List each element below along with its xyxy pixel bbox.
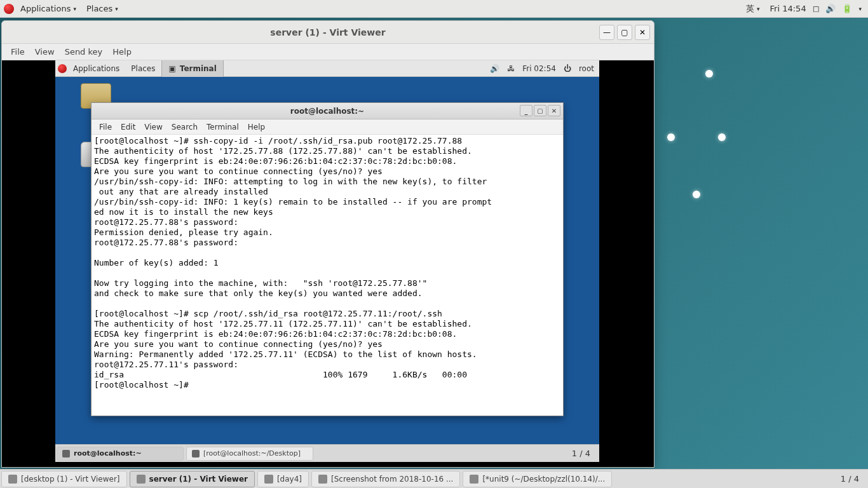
menu-search[interactable]: Search: [168, 121, 201, 133]
guest-places-menu[interactable]: Places: [126, 64, 160, 73]
minimize-button[interactable]: _: [520, 105, 532, 116]
task-desktop-virt-viewer[interactable]: [desktop (1) - Virt Viewer]: [1, 471, 127, 487]
guest-task-terminal-desktop[interactable]: [root@localhost:~/Desktop]: [186, 447, 313, 461]
guest-top-panel: Applications Places ▣ Terminal 🔊 🖧 Fri 0…: [55, 60, 599, 77]
terminal-icon: [62, 450, 70, 458]
app-icon: [137, 475, 146, 484]
wallpaper-node-icon: [718, 133, 726, 141]
guest-clock[interactable]: Fri 02:54: [522, 64, 556, 73]
menu-file[interactable]: File: [95, 121, 116, 133]
redhat-logo-icon: [4, 4, 14, 14]
menu-terminal[interactable]: Terminal: [203, 121, 243, 133]
app-icon: [264, 475, 273, 484]
menu-view[interactable]: View: [31, 46, 58, 58]
close-button[interactable]: ✕: [548, 105, 560, 116]
maximize-button[interactable]: ▢: [617, 25, 632, 40]
caret-down-icon: ▾: [73, 6, 76, 12]
label: Places: [131, 64, 155, 73]
menu-file[interactable]: File: [7, 46, 29, 58]
guest-user[interactable]: root: [579, 64, 594, 73]
label: [*unit9 (~/Desktop/zzl(10.14)/...: [482, 475, 605, 484]
menu-edit[interactable]: Edit: [117, 121, 139, 133]
letterbox-right: [599, 60, 654, 467]
menu-view[interactable]: View: [140, 121, 166, 133]
label: [day4]: [277, 475, 302, 484]
terminal-title: root@localhost:~: [290, 107, 364, 116]
caret-down-icon: ▾: [115, 6, 118, 12]
volume-icon[interactable]: 🔊: [490, 64, 499, 73]
terminal-icon: ▣: [168, 64, 175, 73]
virt-viewer-titlebar[interactable]: server (1) - Virt Viewer — ▢ ✕: [2, 21, 654, 44]
virt-viewer-window: server (1) - Virt Viewer — ▢ ✕ File View…: [1, 20, 654, 468]
guest-desktop: Applications Places ▣ Terminal 🔊 🖧 Fri 0…: [55, 60, 599, 462]
terminal-icon: [192, 450, 200, 458]
clock[interactable]: Fri 14:54: [770, 4, 806, 13]
label: server (1) - Virt Viewer: [149, 475, 248, 484]
task-day4[interactable]: [day4]: [257, 471, 309, 487]
app-icon: [318, 475, 327, 484]
guest-applications-menu[interactable]: Applications: [68, 64, 125, 73]
label: root@localhost:~: [74, 449, 142, 458]
label: 英: [746, 3, 754, 15]
network-icon[interactable]: 🖧: [507, 64, 515, 73]
label: Applications: [73, 64, 119, 73]
app-icon: [8, 475, 17, 484]
menu-send-key[interactable]: Send key: [61, 46, 107, 58]
maximize-button[interactable]: ▢: [534, 105, 546, 116]
label: [root@localhost:~/Desktop]: [203, 449, 301, 458]
wallpaper-node-icon: [705, 70, 713, 78]
places-menu[interactable]: Places ▾: [83, 4, 122, 13]
app-icon: [470, 475, 478, 484]
terminal-output[interactable]: [root@localhost ~]# ssh-copy-id -i /root…: [92, 135, 563, 416]
volume-icon[interactable]: 🔊: [825, 4, 836, 13]
label: [desktop (1) - Virt Viewer]: [21, 475, 120, 484]
guest-vm-display[interactable]: Applications Places ▣ Terminal 🔊 🖧 Fri 0…: [2, 60, 654, 467]
battery-icon[interactable]: 🔋: [842, 4, 852, 13]
menu-help[interactable]: Help: [244, 121, 269, 133]
minimize-button[interactable]: —: [599, 25, 614, 40]
redhat-logo-icon: [58, 64, 67, 73]
wallpaper-node-icon: [693, 191, 700, 198]
ime-indicator[interactable]: 英 ▾: [742, 3, 764, 15]
host-top-panel: Applications ▾ Places ▾ 英 ▾ Fri 14:54 ◻ …: [0, 0, 868, 18]
label: Applications: [20, 4, 71, 13]
task-server-virt-viewer[interactable]: server (1) - Virt Viewer: [130, 471, 255, 487]
label: Places: [86, 4, 112, 13]
guest-workspace-indicator[interactable]: 1 / 4: [563, 449, 599, 458]
power-icon[interactable]: ⏻: [564, 64, 571, 73]
caret-down-icon: ▾: [858, 6, 862, 12]
close-button[interactable]: ✕: [635, 25, 650, 40]
virt-viewer-menubar: File View Send key Help: [2, 44, 654, 60]
label: Terminal: [180, 64, 217, 73]
letterbox-left: [2, 60, 55, 467]
guest-bottom-panel: root@localhost:~ [root@localhost:~/Deskt…: [55, 444, 599, 462]
terminal-titlebar[interactable]: root@localhost:~ _ ▢ ✕: [92, 103, 563, 119]
label: [Screenshot from 2018-10-16 ...: [331, 475, 453, 484]
task-unit9-editor[interactable]: [*unit9 (~/Desktop/zzl(10.14)/...: [463, 471, 612, 487]
host-bottom-panel: [desktop (1) - Virt Viewer] server (1) -…: [0, 469, 868, 488]
guest-active-app-terminal[interactable]: ▣ Terminal: [161, 60, 223, 77]
terminal-window: root@localhost:~ _ ▢ ✕ File Edit View Se…: [91, 102, 564, 416]
task-screenshot[interactable]: [Screenshot from 2018-10-16 ...: [311, 471, 460, 487]
wallpaper-node-icon: [667, 133, 675, 141]
applications-menu[interactable]: Applications ▾: [17, 4, 80, 13]
window-list-icon[interactable]: ◻: [813, 4, 820, 13]
guest-task-terminal[interactable]: root@localhost:~: [57, 447, 184, 461]
terminal-menubar: File Edit View Search Terminal Help: [92, 119, 563, 135]
caret-down-icon: ▾: [757, 6, 760, 12]
host-workspace-indicator[interactable]: 1 / 4: [832, 474, 868, 484]
window-title: server (1) - Virt Viewer: [270, 27, 385, 37]
menu-help[interactable]: Help: [109, 46, 135, 58]
